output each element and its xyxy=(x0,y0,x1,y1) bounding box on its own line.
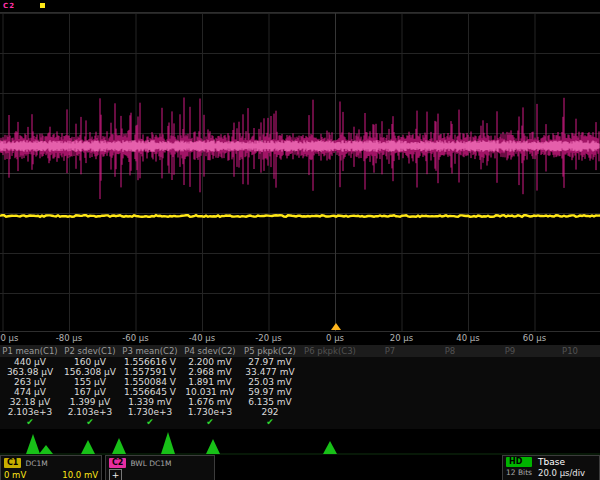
measure-value: 363.98 µV xyxy=(0,367,60,377)
time-axis-label: 40 µs xyxy=(456,333,479,343)
measure-value xyxy=(420,377,480,387)
measure-status-check xyxy=(360,417,420,429)
measure-value xyxy=(420,387,480,397)
measure-status-check xyxy=(480,417,540,429)
measure-col-header[interactable]: P6 pkpk(C3) xyxy=(300,345,360,357)
waveform-display xyxy=(0,13,600,331)
measure-value: 1.891 mV xyxy=(180,377,240,387)
c1-trace xyxy=(0,215,600,217)
measure-value: 1.730e+3 xyxy=(120,407,180,417)
histicon-peak xyxy=(26,434,40,454)
measure-status-check: ✔ xyxy=(180,417,240,429)
measure-value: 6.135 mV xyxy=(240,397,300,407)
tbase-label: Tbase xyxy=(538,457,585,467)
measure-value xyxy=(360,377,420,387)
measure-value xyxy=(360,397,420,407)
measure-value xyxy=(540,407,600,417)
measure-status-check: ✔ xyxy=(120,417,180,429)
measure-value: 33.477 mV xyxy=(240,367,300,377)
c1-coupling: DC1M xyxy=(25,459,47,468)
measurement-table: P1 mean(C1)P2 sdev(C1)P3 mean(C2)P4 sdev… xyxy=(0,345,600,429)
hd-badge: HD xyxy=(506,457,532,467)
measure-value: 32.18 µV xyxy=(0,397,60,407)
measure-value: 25.03 mV xyxy=(240,377,300,387)
measure-value xyxy=(300,407,360,417)
measure-status-check xyxy=(420,417,480,429)
measure-value xyxy=(360,387,420,397)
measure-value: 1.556645 V xyxy=(120,387,180,397)
channel-descriptor-c2[interactable]: C2 BWL DC1M + xyxy=(105,455,215,480)
trigger-level-marker[interactable] xyxy=(40,3,45,8)
measure-value xyxy=(540,397,600,407)
measure-value: 1.557591 V xyxy=(120,367,180,377)
measure-col-header[interactable]: P1 mean(C1) xyxy=(0,345,60,357)
time-axis-label: 0 µs xyxy=(326,333,344,343)
time-axis-label: -20 µs xyxy=(255,333,281,343)
measure-value: 292 xyxy=(240,407,300,417)
measure-value xyxy=(420,367,480,377)
measure-status-check: ✔ xyxy=(60,417,120,429)
measure-value: 1.339 mV xyxy=(120,397,180,407)
waveform-grid xyxy=(0,12,600,332)
time-axis-label: -100 µs xyxy=(0,333,18,343)
plus-marker[interactable]: + xyxy=(109,469,122,480)
time-axis-label: 20 µs xyxy=(390,333,413,343)
measure-value: 474 µV xyxy=(0,387,60,397)
time-axis: -100 µs-80 µs-60 µs-40 µs-20 µs0 µs20 µs… xyxy=(0,332,600,345)
measure-value: 156.308 µV xyxy=(60,367,120,377)
trace-label-c2: C2 xyxy=(3,2,15,10)
measure-value xyxy=(480,387,540,397)
measure-value xyxy=(360,367,420,377)
measure-col-header[interactable]: P5 pkpk(C2) xyxy=(240,345,300,357)
measure-value xyxy=(480,357,540,367)
measure-value xyxy=(300,377,360,387)
time-axis-label: 60 µs xyxy=(523,333,546,343)
measure-value xyxy=(300,357,360,367)
measure-value xyxy=(360,357,420,367)
c2-coupling: BWL DC1M xyxy=(130,459,171,468)
measure-status-check xyxy=(300,417,360,429)
timebase-descriptor[interactable]: HD 12 Bits Tbase 20.0 µs/div xyxy=(502,455,600,480)
measure-value: 440 µV xyxy=(0,357,60,367)
bottom-bar: C1 DC1M 0 mV 10.0 mV C2 BWL DC1M + HD 12… xyxy=(0,455,600,480)
measure-col-header[interactable]: P9 xyxy=(480,345,540,357)
tbase-tdiv: 20.0 µs/div xyxy=(538,468,585,478)
measure-col-header[interactable]: P7 xyxy=(360,345,420,357)
measure-value xyxy=(300,387,360,397)
measure-value: 2.103e+3 xyxy=(60,407,120,417)
measure-col-header[interactable]: P2 sdev(C1) xyxy=(60,345,120,357)
measure-value xyxy=(300,397,360,407)
measure-value: 10.031 mV xyxy=(180,387,240,397)
measure-value: 1.676 mV xyxy=(180,397,240,407)
measure-value xyxy=(540,357,600,367)
c1-vdiv: 10.0 mV xyxy=(62,470,98,480)
time-axis-label: -60 µs xyxy=(122,333,148,343)
measure-value xyxy=(420,397,480,407)
measure-status-check: ✔ xyxy=(240,417,300,429)
histicon-peak xyxy=(39,445,53,454)
measure-value xyxy=(360,407,420,417)
measure-value: 160 µV xyxy=(60,357,120,367)
measure-col-header[interactable]: P3 mean(C2) xyxy=(120,345,180,357)
measure-value xyxy=(480,377,540,387)
c2-chip[interactable]: C2 xyxy=(109,458,126,468)
c1-offset: 0 mV xyxy=(4,470,26,480)
measure-col-header[interactable]: P10 xyxy=(540,345,600,357)
measure-value: 2.968 mV xyxy=(180,367,240,377)
measure-value xyxy=(540,377,600,387)
time-axis-label: -40 µs xyxy=(189,333,215,343)
c1-chip[interactable]: C1 xyxy=(4,458,21,468)
trigger-time-marker[interactable] xyxy=(331,323,341,330)
channel-descriptor-c1[interactable]: C1 DC1M 0 mV 10.0 mV xyxy=(0,455,102,480)
measure-col-header[interactable]: P8 xyxy=(420,345,480,357)
measure-col-header[interactable]: P4 sdev(C2) xyxy=(180,345,240,357)
measure-value: 1.550084 V xyxy=(120,377,180,387)
histicon-peak xyxy=(323,441,337,454)
measure-value xyxy=(480,397,540,407)
measure-value: 2.200 mV xyxy=(180,357,240,367)
measure-value xyxy=(420,407,480,417)
measure-value xyxy=(420,357,480,367)
measure-value: 1.730e+3 xyxy=(180,407,240,417)
histicon-peak xyxy=(161,432,175,454)
histicon-peak xyxy=(112,438,126,454)
